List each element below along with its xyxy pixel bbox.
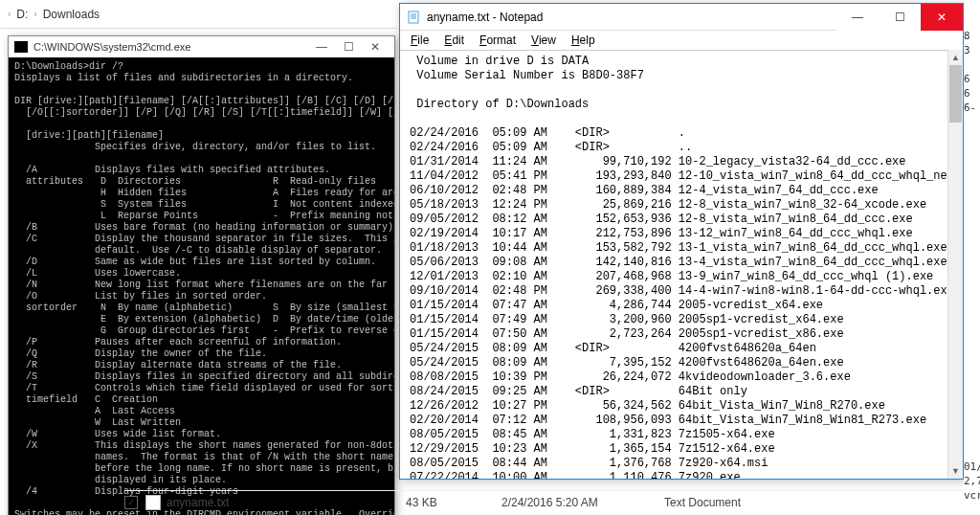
file-type: Text Document <box>664 496 798 509</box>
background-window-sliver: 8 3 6 6 6- 01/15 2,723,2 vcredis <box>964 0 980 515</box>
checkbox[interactable]: ✓ <box>124 496 138 509</box>
cmd-window: C:\WINDOWS\system32\cmd.exe — ☐ ✕ D:\Dow… <box>8 35 395 515</box>
menu-view[interactable]: View <box>524 33 563 48</box>
file-size: 43 KB <box>406 496 501 509</box>
text-file-icon <box>145 495 161 510</box>
minimize-button[interactable]: — <box>308 40 335 54</box>
file-date: 2/24/2016 5:20 AM <box>501 496 664 509</box>
cmd-icon <box>14 41 28 53</box>
file-name: anyname.txt <box>167 496 406 509</box>
chevron-right-icon: › <box>8 9 11 19</box>
cmd-output[interactable]: D:\Downloads>dir /? Displays a list of f… <box>9 57 394 515</box>
maximize-button[interactable]: ☐ <box>879 4 921 31</box>
scroll-thumb[interactable] <box>949 65 962 123</box>
scroll-down-icon[interactable]: ▼ <box>948 463 963 479</box>
svg-rect-0 <box>409 11 418 23</box>
notepad-text-area[interactable]: Volume in drive D is DATA Volume Serial … <box>400 50 963 479</box>
close-button[interactable]: ✕ <box>362 40 389 54</box>
notepad-window: anyname.txt - Notepad — ☐ ✕ File Edit Fo… <box>399 3 964 480</box>
minimize-button[interactable]: — <box>836 4 879 31</box>
explorer-breadcrumb[interactable]: › D: › Downloads <box>0 0 397 29</box>
menu-help[interactable]: Help <box>565 33 602 48</box>
menu-format[interactable]: Format <box>473 33 523 48</box>
file-row[interactable]: ✓ anyname.txt 43 KB 2/24/2016 5:20 AM Te… <box>124 490 980 511</box>
menu-edit[interactable]: Edit <box>437 33 471 48</box>
breadcrumb-drive[interactable]: D: <box>16 8 28 21</box>
cmd-titlebar[interactable]: C:\WINDOWS\system32\cmd.exe — ☐ ✕ <box>9 36 394 57</box>
chevron-right-icon: › <box>33 9 36 19</box>
scroll-up-icon[interactable]: ▲ <box>948 50 963 65</box>
close-button[interactable]: ✕ <box>921 4 963 31</box>
maximize-button[interactable]: ☐ <box>335 40 362 54</box>
notepad-titlebar[interactable]: anyname.txt - Notepad — ☐ ✕ <box>400 4 963 31</box>
notepad-title: anyname.txt - Notepad <box>427 11 836 24</box>
notepad-menubar: File Edit Format View Help <box>400 31 963 50</box>
breadcrumb-folder[interactable]: Downloads <box>43 8 100 21</box>
scrollbar-vertical[interactable]: ▲ ▼ <box>947 50 963 479</box>
notepad-icon <box>406 10 421 25</box>
menu-file[interactable]: File <box>404 33 435 48</box>
cmd-title: C:\WINDOWS\system32\cmd.exe <box>33 41 190 53</box>
